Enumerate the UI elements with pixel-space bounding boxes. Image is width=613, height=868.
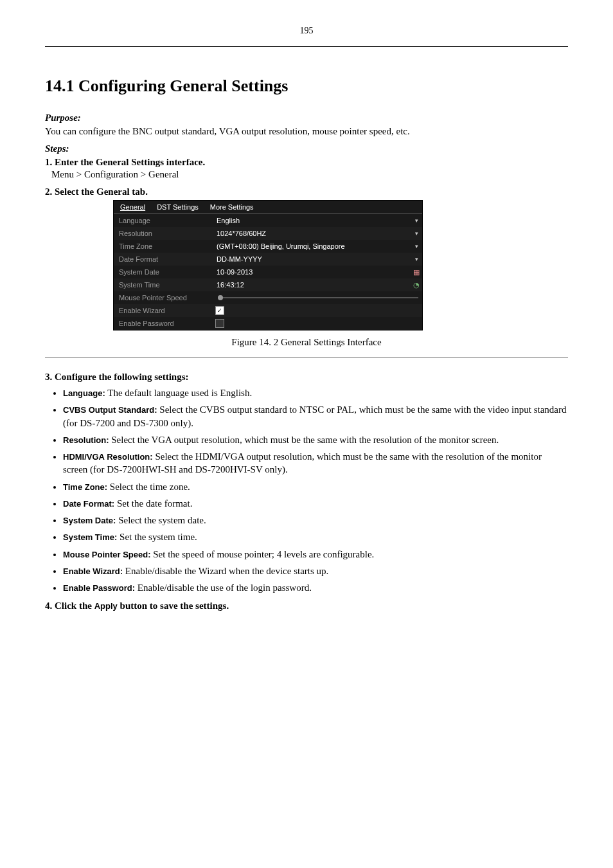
timezone-select[interactable]: (GMT+08:00) Beijing, Urumqi, Singapore bbox=[215, 242, 412, 250]
bullet-label: Time Zone: bbox=[63, 482, 107, 492]
settings-body: Language English ▾ Resolution 1024*768/6… bbox=[114, 214, 422, 330]
bullet-text: Enable/disable the Wizard when the devic… bbox=[123, 566, 328, 576]
resolution-select[interactable]: 1024*768/60HZ bbox=[215, 230, 412, 237]
slider-thumb[interactable] bbox=[218, 295, 223, 300]
tab-more-settings[interactable]: More Settings bbox=[209, 203, 255, 212]
section-title: 14.1 Configuring General Settings bbox=[45, 77, 568, 96]
steps-head: Steps: bbox=[45, 143, 568, 154]
tab-general[interactable]: General bbox=[119, 203, 147, 212]
bullet-text: Enable/disable the use of the login pass… bbox=[135, 583, 312, 593]
bullet-text: Select the system date. bbox=[116, 515, 206, 525]
enable-password-label: Enable Password bbox=[115, 320, 215, 327]
step-4: 4. Click the Apply button to save the se… bbox=[45, 601, 568, 611]
bullet-item: System Time: Set the system time. bbox=[63, 530, 568, 543]
bullet-label: System Date: bbox=[63, 516, 116, 525]
bullet-item: Time Zone: Select the time zone. bbox=[63, 480, 568, 493]
apply-button-ref: Apply bbox=[94, 601, 118, 611]
tab-dst-settings[interactable]: DST Settings bbox=[155, 203, 200, 212]
system-date-field[interactable]: 10-09-2013 bbox=[215, 268, 412, 276]
bullet-item: HDMI/VGA Resolution: Select the HDMI/VGA… bbox=[63, 450, 568, 476]
bullet-text: Set the speed of mouse pointer; 4 levels… bbox=[151, 549, 375, 559]
mouse-speed-slider[interactable] bbox=[218, 297, 418, 298]
settings-bullets: Language: The default language used is E… bbox=[63, 386, 568, 594]
dateformat-select[interactable]: DD-MM-YYYY bbox=[215, 255, 412, 263]
settings-screenshot: General DST Settings More Settings Langu… bbox=[113, 200, 423, 330]
bullet-text: The default language used is English. bbox=[105, 388, 252, 398]
bullet-label: Resolution: bbox=[63, 435, 109, 445]
bullet-text: Set the system time. bbox=[117, 532, 197, 542]
chevron-down-icon[interactable]: ▾ bbox=[412, 243, 421, 249]
chevron-down-icon[interactable]: ▾ bbox=[412, 256, 421, 262]
timezone-label: Time Zone bbox=[115, 242, 215, 250]
step-2-text: 2. Select the General tab. bbox=[45, 186, 148, 197]
enable-wizard-checkbox[interactable]: ✓ bbox=[215, 306, 224, 315]
step-3: 3. Configure the following settings: bbox=[45, 372, 568, 383]
step-1-text: 1. Enter the General Settings interface. bbox=[45, 157, 205, 167]
chevron-down-icon[interactable]: ▾ bbox=[412, 217, 421, 224]
bullet-item: Language: The default language used is E… bbox=[63, 386, 568, 399]
language-label: Language bbox=[115, 217, 215, 224]
bullet-item: CVBS Output Standard: Select the CVBS ou… bbox=[63, 403, 568, 429]
step-2: 2. Select the General tab. bbox=[45, 186, 568, 197]
bullet-text: Select the VGA output resolution, which … bbox=[109, 435, 499, 445]
purpose-head: Purpose: bbox=[45, 113, 568, 123]
header-rule bbox=[45, 46, 568, 47]
bullet-label: HDMI/VGA Resolution: bbox=[63, 452, 153, 462]
bullet-item: System Date: Select the system date. bbox=[63, 514, 568, 527]
menu-path: Menu > Configuration > General bbox=[51, 169, 568, 180]
system-time-field[interactable]: 16:43:12 bbox=[215, 281, 412, 289]
bullet-item: Resolution: Select the VGA output resolu… bbox=[63, 433, 568, 446]
bullet-label: System Time: bbox=[63, 532, 117, 542]
bullet-label: Enable Wizard: bbox=[63, 566, 123, 576]
step-3-text: 3. Configure the following settings: bbox=[45, 372, 188, 382]
bullet-label: Date Format: bbox=[63, 499, 114, 509]
bullet-label: Enable Password: bbox=[63, 583, 135, 593]
bullet-text: Set the date format. bbox=[114, 498, 192, 509]
calendar-icon[interactable]: ▦ bbox=[412, 268, 421, 276]
mouse-speed-label: Mouse Pointer Speed bbox=[115, 294, 215, 302]
step-4b: button to save the settings. bbox=[118, 601, 229, 611]
bullet-item: Date Format: Set the date format. bbox=[63, 497, 568, 510]
bullet-label: CVBS Output Standard: bbox=[63, 405, 157, 415]
figure-caption: Figure 14. 2 General Settings Interface bbox=[45, 337, 568, 348]
clock-icon[interactable]: ◔ bbox=[412, 281, 421, 289]
system-date-label: System Date bbox=[115, 268, 215, 276]
system-time-label: System Time bbox=[115, 281, 215, 289]
bullet-label: Mouse Pointer Speed: bbox=[63, 550, 151, 559]
language-select[interactable]: English bbox=[215, 217, 412, 224]
tabs: General DST Settings More Settings bbox=[114, 201, 422, 214]
bullet-item: Enable Wizard: Enable/disable the Wizard… bbox=[63, 565, 568, 577]
bullet-text: Select the time zone. bbox=[107, 482, 190, 492]
enable-password-checkbox[interactable] bbox=[215, 319, 224, 328]
page-number: 195 bbox=[45, 26, 568, 36]
bullet-item: Mouse Pointer Speed: Set the speed of mo… bbox=[63, 548, 568, 561]
step-4a: 4. Click the bbox=[45, 601, 94, 611]
bullet-label: Language: bbox=[63, 388, 105, 398]
enable-wizard-label: Enable Wizard bbox=[115, 307, 215, 314]
purpose-body: You can configure the BNC output standar… bbox=[45, 126, 568, 137]
bullet-item: Enable Password: Enable/disable the use … bbox=[63, 581, 568, 594]
figure-rule bbox=[45, 357, 568, 357]
chevron-down-icon[interactable]: ▾ bbox=[412, 230, 421, 237]
step-1: 1. Enter the General Settings interface. bbox=[45, 157, 568, 168]
resolution-label: Resolution bbox=[115, 230, 215, 237]
dateformat-label: Date Format bbox=[115, 255, 215, 263]
